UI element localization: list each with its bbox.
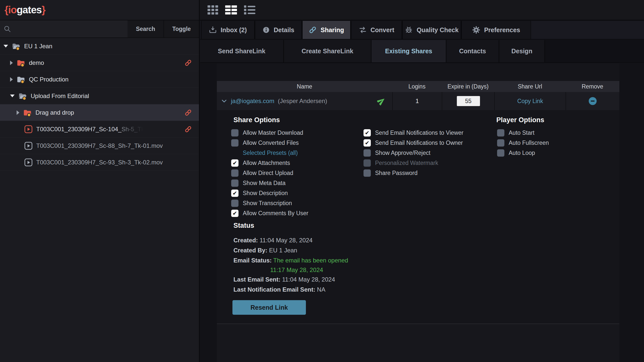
checkbox-unchecked[interactable]: [231, 169, 238, 177]
checkbox-checked[interactable]: [364, 139, 371, 147]
subtab-design[interactable]: Design: [499, 40, 545, 62]
column-header-logins: Logins: [392, 81, 442, 92]
resend-link-button[interactable]: Resend Link: [232, 300, 306, 315]
option-allow-comments-by-user[interactable]: Allow Comments By User: [231, 208, 308, 218]
main-content: Name Logins Expire in (Days) Share Url R…: [200, 63, 644, 362]
remove-share-button[interactable]: [588, 97, 597, 106]
toggle-button[interactable]: Toggle: [164, 20, 199, 37]
column-header-share-url: Share Url: [494, 81, 566, 92]
copy-link-button[interactable]: Copy Link: [517, 98, 543, 105]
checkbox-unchecked[interactable]: [364, 169, 371, 177]
subtab-create-sharelink[interactable]: Create ShareLink: [284, 40, 372, 62]
logo-brace-open: {: [5, 4, 8, 15]
option-label: Auto Loop: [509, 150, 535, 156]
expire-days-input[interactable]: [457, 96, 480, 106]
checkbox-unchecked[interactable]: [231, 139, 238, 147]
checkbox-checked[interactable]: [364, 129, 371, 137]
share-email-link[interactable]: ja@iogates.com: [231, 98, 274, 105]
option-show-description[interactable]: Show Description: [231, 188, 308, 198]
checkbox-unchecked[interactable]: [231, 129, 238, 137]
search-input[interactable]: [14, 20, 128, 37]
option-label: Show Meta Data: [243, 180, 286, 187]
tab-convert[interactable]: Convert: [351, 21, 402, 39]
view-mode-bar: [200, 0, 644, 20]
option-label: Send Email Notifications to Owner: [375, 140, 463, 146]
share-link-icon[interactable]: [184, 125, 192, 133]
option-auto-loop[interactable]: Auto Loop: [497, 148, 549, 158]
tree-item-video-sc-104[interactable]: T003C001_230309H7_Sc-104_Sh-5_Tk: [0, 121, 199, 138]
option-send-email-notifications-owner[interactable]: Send Email Notifications to Owner: [364, 138, 463, 148]
checkbox-checked[interactable]: [231, 159, 238, 167]
tab-quality-check[interactable]: Quality Check: [402, 21, 461, 39]
option-label: Allow Master Download: [243, 129, 303, 136]
search-icon: [4, 25, 11, 33]
option-show-transcription[interactable]: Show Transcription: [231, 198, 308, 208]
tree-item-eu-1-jean[interactable]: EU 1 Jean: [0, 38, 199, 55]
tree-item-drag-and-drop[interactable]: Drag and drop: [0, 104, 199, 121]
column-header-name: Name: [217, 81, 392, 92]
share-link-icon[interactable]: [184, 59, 192, 67]
status-email-opened-date: 11:17 May 28, 2024: [233, 265, 348, 275]
swap-arrows-icon: [359, 26, 367, 34]
checkbox-unchecked[interactable]: [497, 129, 504, 137]
option-show-approve-reject[interactable]: Show Approve/Reject: [364, 148, 463, 158]
subtab-send-sharelink[interactable]: Send ShareLink: [200, 40, 284, 62]
logo-io: io: [8, 4, 17, 15]
option-auto-start[interactable]: Auto Start: [497, 128, 549, 138]
folder-open-icon: [12, 42, 21, 51]
option-auto-fullscreen[interactable]: Auto Fullscreen: [497, 138, 549, 148]
checkbox-checked[interactable]: [231, 210, 238, 217]
tree-item-label: demo: [29, 59, 44, 66]
tree-item-label: Upload From Editorial: [31, 93, 89, 100]
grid-view-icon[interactable]: [208, 5, 218, 15]
search-button[interactable]: Search: [128, 20, 164, 37]
option-show-meta-data[interactable]: Show Meta Data: [231, 178, 308, 188]
checkbox-unchecked[interactable]: [231, 179, 238, 187]
tree-item-demo[interactable]: demo: [0, 55, 199, 71]
tab-inbox[interactable]: Inbox (2): [201, 21, 255, 39]
tab-label: Sharing: [320, 26, 344, 34]
option-allow-attachments[interactable]: Allow Attachments: [231, 158, 308, 168]
subtab-existing-shares[interactable]: Existing Shares: [372, 40, 447, 62]
option-share-password[interactable]: Share Password: [364, 168, 463, 178]
collapse-arrow-icon[interactable]: [10, 77, 13, 82]
list-view-icon[interactable]: [244, 5, 256, 15]
selected-presets-link-row[interactable]: Selected Presets (all): [231, 148, 308, 158]
tab-details[interactable]: Details: [255, 21, 302, 39]
tree-item-qc-production[interactable]: QC Production: [0, 71, 199, 88]
tab-sharing[interactable]: Sharing: [302, 21, 351, 39]
checkbox-checked[interactable]: [231, 190, 238, 197]
option-allow-direct-upload[interactable]: Allow Direct Upload: [231, 168, 308, 178]
tab-preferences[interactable]: Preferences: [461, 21, 531, 39]
share-options-col1: Allow Master Download Allow Converted Fi…: [231, 128, 308, 218]
card-view-icon[interactable]: [225, 5, 237, 15]
expand-arrow-icon[interactable]: [4, 45, 8, 48]
option-label: Show Transcription: [243, 200, 292, 207]
option-send-email-notifications-viewer[interactable]: Send Email Notifications to Viewer: [364, 128, 463, 138]
column-header-expire: Expire in (Days): [442, 81, 494, 92]
selected-presets-link[interactable]: Selected Presets (all): [231, 150, 298, 156]
collapse-arrow-icon[interactable]: [10, 61, 13, 65]
checkbox-unchecked[interactable]: [231, 200, 238, 207]
checkbox-unchecked[interactable]: [364, 149, 371, 157]
collapse-arrow-icon[interactable]: [17, 110, 19, 115]
option-label: Auto Start: [509, 129, 534, 136]
checkbox-unchecked[interactable]: [497, 139, 504, 147]
tree-item-video-sc-93[interactable]: T003C001_230309H7_Sc-93_Sh-3_Tk-02.mov: [0, 154, 199, 171]
option-allow-converted-files[interactable]: Allow Converted Files: [231, 138, 308, 148]
app-window: {iogates} Search Toggle EU 1 Jean demo: [0, 0, 644, 362]
search-box[interactable]: [0, 20, 128, 37]
video-play-icon: [24, 158, 33, 167]
folder-icon: [16, 75, 25, 84]
chevron-down-icon[interactable]: [221, 98, 227, 104]
tree-item-label: EU 1 Jean: [24, 43, 52, 50]
share-table-header: Name Logins Expire in (Days) Share Url R…: [217, 81, 619, 92]
expand-arrow-icon[interactable]: [10, 95, 15, 97]
share-options-col2: Send Email Notifications to Viewer Send …: [364, 128, 463, 178]
share-link-icon[interactable]: [184, 109, 192, 116]
tree-item-video-sc-88[interactable]: T003C001_230309H7_Sc-88_Sh-7_Tk-01.mov: [0, 138, 199, 154]
checkbox-unchecked[interactable]: [497, 149, 504, 157]
tree-item-upload-from-editorial[interactable]: Upload From Editorial: [0, 88, 199, 104]
option-allow-master-download[interactable]: Allow Master Download: [231, 128, 308, 138]
subtab-contacts[interactable]: Contacts: [447, 40, 499, 62]
